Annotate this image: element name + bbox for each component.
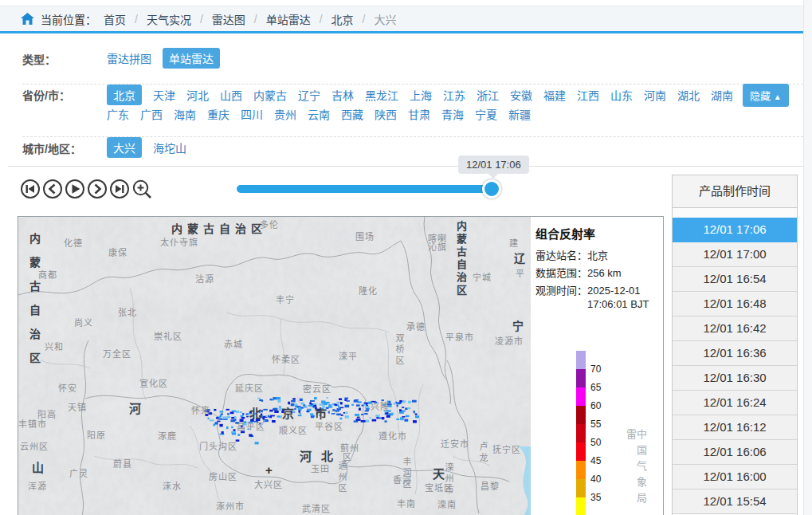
map-label-凌源市: 凌源市	[495, 337, 524, 346]
breadcrumb-link[interactable]: 天气实况	[147, 11, 191, 27]
province-option-山西[interactable]: 山西	[220, 87, 242, 103]
map-label-抚宁区: 抚宁区	[492, 446, 521, 454]
province-option-新疆[interactable]: 新疆	[508, 106, 531, 122]
province-option-甘肃[interactable]: 甘肃	[408, 106, 430, 122]
province-option-青海[interactable]: 青海	[441, 106, 464, 122]
breadcrumb-link[interactable]: 北京	[331, 11, 354, 27]
type-option-单站雷达[interactable]: 单站雷达	[163, 48, 220, 69]
province-option-浙江[interactable]: 浙江	[477, 87, 499, 103]
product-time-item[interactable]: 12/01 16:54	[673, 267, 797, 292]
map-label-卢龙: 卢龙	[478, 442, 487, 464]
map-label-丰南: 丰南	[397, 500, 416, 509]
province-option-贵州[interactable]: 贵州	[274, 106, 296, 122]
product-time-item[interactable]: 12/01 16:24	[673, 391, 797, 415]
content-divider	[8, 166, 803, 167]
range-line: 数据范围：256 km	[535, 265, 622, 280]
province-option-陕西[interactable]: 陕西	[375, 106, 397, 122]
radar-echoes	[18, 217, 531, 515]
province-option-北京[interactable]: 北京	[107, 85, 142, 105]
play-icon	[65, 179, 85, 199]
page-scrollbar[interactable]	[803, 0, 812, 515]
province-option-云南[interactable]: 云南	[308, 106, 330, 122]
product-time-item[interactable]: 12/01 16:30	[673, 366, 797, 391]
product-time-item[interactable]: 12/01 16:48	[673, 292, 797, 316]
map-label-河北: 河北	[300, 450, 343, 462]
breadcrumb-link[interactable]: 单站雷达	[266, 11, 311, 27]
time-slider-track[interactable]	[237, 185, 498, 193]
map-label-围场: 围场	[355, 233, 375, 242]
province-label: 省份/市：	[22, 87, 70, 103]
province-option-辽宁[interactable]: 辽宁	[298, 87, 320, 103]
breadcrumb-link[interactable]: 雷达图	[212, 11, 245, 27]
province-option-海南[interactable]: 海南	[174, 106, 196, 122]
step-back-button[interactable]	[42, 179, 63, 199]
product-time-item[interactable]: 12/01 15:54	[673, 489, 797, 514]
province-option-西藏[interactable]: 西藏	[341, 106, 363, 122]
station-line: 雷达站名：北京	[535, 247, 608, 262]
province-option-四川[interactable]: 四川	[241, 106, 263, 122]
skip-last-button[interactable]	[109, 179, 130, 199]
breadcrumb-separator: /	[254, 13, 257, 26]
map-label-化德: 化德	[64, 239, 83, 248]
step-forward-button[interactable]	[87, 179, 108, 199]
map-label-兴隆: 兴隆	[371, 403, 390, 411]
province-option-广东[interactable]: 广东	[107, 106, 129, 122]
province-option-福建[interactable]: 福建	[543, 87, 566, 103]
map-label-丰润区: 丰润区	[402, 457, 410, 490]
product-time-item[interactable]: 12/01 17:06	[673, 218, 797, 242]
map-label-武清区: 武清区	[302, 505, 331, 513]
legend-segment-8	[576, 497, 586, 515]
product-time-item[interactable]: 12/01 16:06	[673, 440, 797, 465]
province-option-黑龙江[interactable]: 黑龙江	[365, 87, 398, 103]
province-option-上海[interactable]: 上海	[410, 87, 432, 103]
map-label-赤城: 赤城	[224, 340, 243, 349]
map-label-阳原: 阳原	[87, 431, 106, 440]
legend-segment-2	[576, 387, 586, 406]
map-label-兴和: 兴和	[45, 343, 64, 352]
province-option-重庆[interactable]: 重庆	[207, 106, 229, 122]
map-label-+: +	[265, 464, 273, 476]
province-option-天津[interactable]: 天津	[153, 87, 175, 103]
province-option-安徽[interactable]: 安徽	[510, 87, 532, 103]
type-options: 雷达拼图单站雷达	[107, 48, 220, 69]
play-button[interactable]	[65, 179, 85, 199]
product-title: 组合反射率	[535, 225, 595, 242]
province-option-内蒙古[interactable]: 内蒙古	[253, 87, 287, 103]
map-label-怀柔区: 怀柔区	[272, 356, 300, 364]
province-option-广西[interactable]: 广西	[140, 106, 163, 122]
type-option-雷达拼图[interactable]: 雷达拼图	[107, 50, 151, 66]
product-time-item[interactable]: 12/01 16:12	[673, 415, 797, 440]
province-option-江苏[interactable]: 江苏	[443, 87, 465, 103]
hide-button[interactable]: 隐藏 ▲	[743, 84, 789, 107]
legend-segment-7	[576, 479, 586, 497]
map-label-广灵: 广灵	[69, 470, 88, 478]
province-option-江西[interactable]: 江西	[577, 87, 599, 103]
home-icon[interactable]	[21, 13, 34, 26]
city-option-大兴[interactable]: 大兴	[107, 137, 142, 158]
map-label-丰宁: 丰宁	[276, 296, 295, 305]
province-option-湖南[interactable]: 湖南	[711, 87, 733, 103]
skip-first-button[interactable]	[20, 179, 41, 199]
city-option-海坨山[interactable]: 海坨山	[153, 140, 186, 155]
map-label-延庆区: 延庆区	[235, 384, 264, 393]
map-label-涿州市: 涿州市	[216, 502, 245, 511]
zoom-in-button[interactable]	[131, 179, 152, 199]
map-label-河: 河	[129, 403, 141, 415]
province-option-河北[interactable]: 河北	[186, 87, 209, 103]
product-time-item[interactable]: 12/01 16:42	[673, 316, 797, 341]
province-option-吉林[interactable]: 吉林	[331, 87, 354, 103]
product-time-item[interactable]: 12/01 17:00	[673, 242, 797, 267]
breadcrumb-link[interactable]: 首页	[104, 11, 126, 27]
map-label-滦南: 滦南	[437, 501, 457, 509]
province-option-宁夏[interactable]: 宁夏	[475, 106, 497, 122]
map-label-滦州市: 滦州市	[444, 462, 453, 496]
map-label-门头沟区: 门头沟区	[199, 442, 237, 451]
map-label-张北: 张北	[118, 309, 137, 317]
province-option-湖北[interactable]: 湖北	[677, 87, 700, 103]
province-option-河南[interactable]: 河南	[644, 87, 666, 103]
product-time-item[interactable]: 12/01 16:00	[673, 465, 797, 489]
product-time-item[interactable]: 12/01 16:36	[673, 341, 797, 366]
radar-map[interactable]: 化德康保太仆寺旗多伦商都沽源张北尚义崇礼区兴和万全区赤城怀安宣化区天镇阳高丰镇市…	[18, 216, 664, 515]
map-label-顺义区: 顺义区	[279, 427, 308, 435]
province-option-山东[interactable]: 山东	[610, 87, 633, 103]
